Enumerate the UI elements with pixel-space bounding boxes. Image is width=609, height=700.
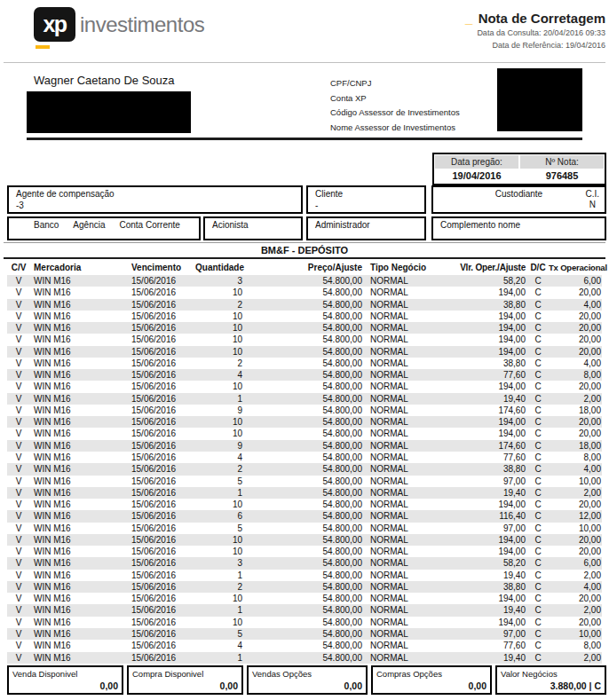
numero-nota-label: Nº Nota: xyxy=(520,155,604,169)
table-cell: 77,60 xyxy=(439,640,527,651)
complemento-nome-box: Complemento nome xyxy=(431,216,606,240)
table-cell: V xyxy=(7,570,30,581)
table-cell: 54.800,00 xyxy=(245,523,364,534)
table-cell: WIN M16 xyxy=(30,476,126,487)
table-cell: 15/06/2016 xyxy=(126,534,195,546)
nota-de-corretagem-page: xp investimentos _ Nota de Corretagem Da… xyxy=(0,0,609,700)
table-row: VWIN M1615/06/20161054.800,00NORMAL194,0… xyxy=(7,593,602,604)
table-cell: NORMAL xyxy=(364,476,439,487)
summary-box-label: Valor Negócios xyxy=(501,669,558,679)
table-cell: WIN M16 xyxy=(30,640,126,651)
table-cell: NORMAL xyxy=(364,405,439,416)
table-cell: NORMAL xyxy=(364,463,439,475)
table-cell: WIN M16 xyxy=(30,570,126,581)
table-cell: V xyxy=(7,617,30,628)
table-cell: WIN M16 xyxy=(30,463,126,475)
table-cell: C xyxy=(527,557,549,569)
table-cell: 15/06/2016 xyxy=(126,546,195,557)
table-cell: 15/06/2016 xyxy=(126,523,195,534)
table-cell: 15/06/2016 xyxy=(126,499,195,510)
table-cell: WIN M16 xyxy=(30,381,126,392)
table-cell: C xyxy=(527,652,549,664)
table-cell: NORMAL xyxy=(364,581,439,593)
section-top-line xyxy=(4,242,605,243)
column-header: Tipo Negócio xyxy=(364,260,439,275)
table-cell: V xyxy=(7,534,30,546)
table-cell: 19,40 xyxy=(439,652,527,664)
summary-box-label: Compras Opções xyxy=(376,669,442,679)
table-cell: C xyxy=(527,463,549,475)
table-cell: V xyxy=(7,381,30,392)
summary-box-value: 0,00 xyxy=(344,680,362,691)
table-cell: C xyxy=(527,322,549,334)
table-cell: NORMAL xyxy=(364,299,439,311)
table-cell: C xyxy=(527,369,549,381)
table-cell: 194,00 xyxy=(439,381,527,392)
table-cell: WIN M16 xyxy=(30,334,126,345)
summary-box-2: Vendas Opções0,00 xyxy=(247,665,368,695)
cliente-box: Cliente - xyxy=(306,185,426,214)
table-row: VWIN M1615/06/2016354.800,00NORMAL58,20C… xyxy=(7,557,602,569)
administrador-box: Administrador xyxy=(306,216,426,240)
table-row: VWIN M1615/06/2016654.800,00NORMAL116,40… xyxy=(7,510,602,522)
table-cell: C xyxy=(527,628,549,640)
table-cell: NORMAL xyxy=(364,604,439,616)
table-cell: 15/06/2016 xyxy=(126,369,195,381)
table-cell: NORMAL xyxy=(364,487,439,499)
table-cell: V xyxy=(7,652,30,664)
column-header: Tx Operacional xyxy=(549,260,602,275)
table-cell: NORMAL xyxy=(364,369,439,381)
table-cell: 4,00 xyxy=(549,299,602,311)
table-cell: 10 xyxy=(195,381,245,392)
table-cell: 18,00 xyxy=(549,405,602,416)
cliente-label: Cliente xyxy=(308,187,424,200)
data-pregao-value: 19/04/2016 xyxy=(435,169,518,183)
table-cell: 15/06/2016 xyxy=(126,617,195,628)
table-cell: 54.800,00 xyxy=(245,546,364,557)
table-row: VWIN M1615/06/20161054.800,00NORMAL194,0… xyxy=(7,428,602,439)
table-cell: 10,00 xyxy=(549,628,602,640)
agencia-label: Agência xyxy=(73,220,105,231)
table-cell: NORMAL xyxy=(364,416,439,428)
table-cell: 15/06/2016 xyxy=(126,358,195,369)
table-cell: 5 xyxy=(195,523,245,534)
table-cell: 1 xyxy=(195,487,245,499)
table-cell: WIN M16 xyxy=(30,346,126,358)
table-cell: 2,00 xyxy=(549,487,602,499)
table-cell: WIN M16 xyxy=(30,499,126,510)
table-cell: WIN M16 xyxy=(30,581,126,593)
table-cell: V xyxy=(7,499,30,510)
table-cell: C xyxy=(527,358,549,369)
table-cell: 10 xyxy=(195,287,245,298)
table-cell: WIN M16 xyxy=(30,428,126,439)
table-cell: C xyxy=(527,428,549,439)
table-row: VWIN M1615/06/2016154.800,00NORMAL19,40C… xyxy=(7,393,602,405)
table-cell: V xyxy=(7,346,30,358)
table-cell: 2 xyxy=(195,358,245,369)
table-cell: 20,00 xyxy=(549,322,602,334)
banco-label: Banco xyxy=(34,220,59,231)
table-cell: 10 xyxy=(195,499,245,510)
table-cell: 54.800,00 xyxy=(245,405,364,416)
table-row: VWIN M1615/06/2016554.800,00NORMAL97,00C… xyxy=(7,628,602,640)
table-cell: NORMAL xyxy=(364,287,439,298)
summary-box-label: Compra Disponivel xyxy=(132,669,203,679)
table-cell: 15/06/2016 xyxy=(126,463,195,475)
table-cell: 54.800,00 xyxy=(245,381,364,392)
table-cell: 54.800,00 xyxy=(245,452,364,463)
table-cell: 54.800,00 xyxy=(245,358,364,369)
table-cell: WIN M16 xyxy=(30,604,126,616)
table-cell: C xyxy=(527,452,549,463)
table-cell: 194,00 xyxy=(439,334,527,345)
table-cell: C xyxy=(527,617,549,628)
summary-box-3: Compras Opções0,00 xyxy=(371,665,492,695)
table-cell: C xyxy=(527,440,549,452)
table-cell: 194,00 xyxy=(439,322,527,334)
client-field-label-3: Nome Assessor de Investimentos xyxy=(330,121,460,136)
table-cell: 6,00 xyxy=(549,275,602,287)
table-cell: 15/06/2016 xyxy=(126,628,195,640)
table-cell: 54.800,00 xyxy=(245,334,364,345)
table-cell: 15/06/2016 xyxy=(126,299,195,311)
table-cell: NORMAL xyxy=(364,275,439,287)
table-cell: C xyxy=(527,393,549,405)
